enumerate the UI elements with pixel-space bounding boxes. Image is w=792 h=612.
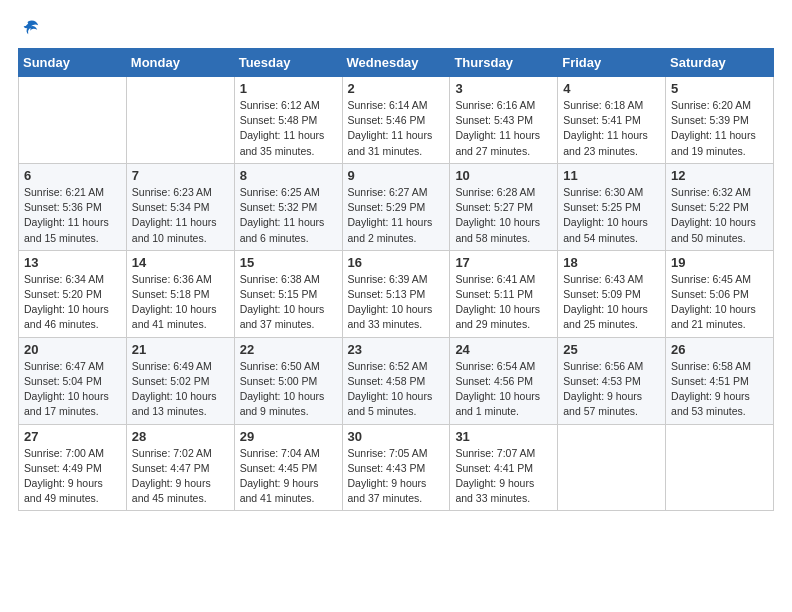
day-number: 4 bbox=[563, 81, 660, 96]
day-info: Sunrise: 6:52 AMSunset: 4:58 PMDaylight:… bbox=[348, 359, 445, 420]
day-number: 9 bbox=[348, 168, 445, 183]
calendar-cell: 12Sunrise: 6:32 AMSunset: 5:22 PMDayligh… bbox=[666, 163, 774, 250]
day-info: Sunrise: 6:38 AMSunset: 5:15 PMDaylight:… bbox=[240, 272, 337, 333]
calendar-cell: 30Sunrise: 7:05 AMSunset: 4:43 PMDayligh… bbox=[342, 424, 450, 511]
calendar-cell: 28Sunrise: 7:02 AMSunset: 4:47 PMDayligh… bbox=[126, 424, 234, 511]
day-number: 14 bbox=[132, 255, 229, 270]
calendar-cell bbox=[558, 424, 666, 511]
day-info: Sunrise: 6:16 AMSunset: 5:43 PMDaylight:… bbox=[455, 98, 552, 159]
day-number: 15 bbox=[240, 255, 337, 270]
day-info: Sunrise: 6:27 AMSunset: 5:29 PMDaylight:… bbox=[348, 185, 445, 246]
day-number: 18 bbox=[563, 255, 660, 270]
calendar-cell: 5Sunrise: 6:20 AMSunset: 5:39 PMDaylight… bbox=[666, 77, 774, 164]
day-info: Sunrise: 6:34 AMSunset: 5:20 PMDaylight:… bbox=[24, 272, 121, 333]
day-number: 22 bbox=[240, 342, 337, 357]
day-number: 3 bbox=[455, 81, 552, 96]
calendar-cell: 23Sunrise: 6:52 AMSunset: 4:58 PMDayligh… bbox=[342, 337, 450, 424]
day-number: 30 bbox=[348, 429, 445, 444]
calendar-week-row: 27Sunrise: 7:00 AMSunset: 4:49 PMDayligh… bbox=[19, 424, 774, 511]
day-number: 21 bbox=[132, 342, 229, 357]
day-info: Sunrise: 6:36 AMSunset: 5:18 PMDaylight:… bbox=[132, 272, 229, 333]
day-info: Sunrise: 6:14 AMSunset: 5:46 PMDaylight:… bbox=[348, 98, 445, 159]
calendar-cell: 21Sunrise: 6:49 AMSunset: 5:02 PMDayligh… bbox=[126, 337, 234, 424]
calendar-cell: 10Sunrise: 6:28 AMSunset: 5:27 PMDayligh… bbox=[450, 163, 558, 250]
day-info: Sunrise: 7:04 AMSunset: 4:45 PMDaylight:… bbox=[240, 446, 337, 507]
calendar-cell: 15Sunrise: 6:38 AMSunset: 5:15 PMDayligh… bbox=[234, 250, 342, 337]
calendar-cell: 9Sunrise: 6:27 AMSunset: 5:29 PMDaylight… bbox=[342, 163, 450, 250]
day-number: 16 bbox=[348, 255, 445, 270]
day-number: 6 bbox=[24, 168, 121, 183]
day-info: Sunrise: 6:47 AMSunset: 5:04 PMDaylight:… bbox=[24, 359, 121, 420]
day-info: Sunrise: 6:18 AMSunset: 5:41 PMDaylight:… bbox=[563, 98, 660, 159]
weekday-header-tuesday: Tuesday bbox=[234, 49, 342, 77]
day-info: Sunrise: 6:58 AMSunset: 4:51 PMDaylight:… bbox=[671, 359, 768, 420]
weekday-header-wednesday: Wednesday bbox=[342, 49, 450, 77]
day-info: Sunrise: 6:32 AMSunset: 5:22 PMDaylight:… bbox=[671, 185, 768, 246]
calendar-cell: 25Sunrise: 6:56 AMSunset: 4:53 PMDayligh… bbox=[558, 337, 666, 424]
calendar-cell: 19Sunrise: 6:45 AMSunset: 5:06 PMDayligh… bbox=[666, 250, 774, 337]
page: SundayMondayTuesdayWednesdayThursdayFrid… bbox=[0, 0, 792, 612]
day-number: 25 bbox=[563, 342, 660, 357]
day-number: 10 bbox=[455, 168, 552, 183]
logo-bird-icon bbox=[20, 18, 40, 38]
day-number: 26 bbox=[671, 342, 768, 357]
day-number: 19 bbox=[671, 255, 768, 270]
day-number: 20 bbox=[24, 342, 121, 357]
day-info: Sunrise: 6:30 AMSunset: 5:25 PMDaylight:… bbox=[563, 185, 660, 246]
calendar-cell: 6Sunrise: 6:21 AMSunset: 5:36 PMDaylight… bbox=[19, 163, 127, 250]
calendar-table: SundayMondayTuesdayWednesdayThursdayFrid… bbox=[18, 48, 774, 511]
day-number: 5 bbox=[671, 81, 768, 96]
logo bbox=[18, 18, 40, 38]
calendar-cell: 20Sunrise: 6:47 AMSunset: 5:04 PMDayligh… bbox=[19, 337, 127, 424]
day-info: Sunrise: 6:45 AMSunset: 5:06 PMDaylight:… bbox=[671, 272, 768, 333]
calendar-cell: 17Sunrise: 6:41 AMSunset: 5:11 PMDayligh… bbox=[450, 250, 558, 337]
day-info: Sunrise: 6:56 AMSunset: 4:53 PMDaylight:… bbox=[563, 359, 660, 420]
day-number: 29 bbox=[240, 429, 337, 444]
calendar-cell bbox=[666, 424, 774, 511]
header bbox=[18, 18, 774, 38]
day-info: Sunrise: 6:23 AMSunset: 5:34 PMDaylight:… bbox=[132, 185, 229, 246]
calendar-cell: 2Sunrise: 6:14 AMSunset: 5:46 PMDaylight… bbox=[342, 77, 450, 164]
calendar-week-row: 20Sunrise: 6:47 AMSunset: 5:04 PMDayligh… bbox=[19, 337, 774, 424]
day-number: 12 bbox=[671, 168, 768, 183]
day-number: 7 bbox=[132, 168, 229, 183]
logo-text bbox=[18, 18, 40, 38]
day-number: 28 bbox=[132, 429, 229, 444]
day-info: Sunrise: 6:12 AMSunset: 5:48 PMDaylight:… bbox=[240, 98, 337, 159]
day-number: 23 bbox=[348, 342, 445, 357]
day-info: Sunrise: 7:05 AMSunset: 4:43 PMDaylight:… bbox=[348, 446, 445, 507]
calendar-cell: 13Sunrise: 6:34 AMSunset: 5:20 PMDayligh… bbox=[19, 250, 127, 337]
calendar-cell: 3Sunrise: 6:16 AMSunset: 5:43 PMDaylight… bbox=[450, 77, 558, 164]
day-number: 24 bbox=[455, 342, 552, 357]
day-number: 13 bbox=[24, 255, 121, 270]
day-info: Sunrise: 6:21 AMSunset: 5:36 PMDaylight:… bbox=[24, 185, 121, 246]
day-number: 11 bbox=[563, 168, 660, 183]
weekday-header-monday: Monday bbox=[126, 49, 234, 77]
day-info: Sunrise: 6:39 AMSunset: 5:13 PMDaylight:… bbox=[348, 272, 445, 333]
day-info: Sunrise: 6:54 AMSunset: 4:56 PMDaylight:… bbox=[455, 359, 552, 420]
calendar-cell: 31Sunrise: 7:07 AMSunset: 4:41 PMDayligh… bbox=[450, 424, 558, 511]
calendar-week-row: 6Sunrise: 6:21 AMSunset: 5:36 PMDaylight… bbox=[19, 163, 774, 250]
calendar-cell: 24Sunrise: 6:54 AMSunset: 4:56 PMDayligh… bbox=[450, 337, 558, 424]
day-info: Sunrise: 6:43 AMSunset: 5:09 PMDaylight:… bbox=[563, 272, 660, 333]
day-info: Sunrise: 6:28 AMSunset: 5:27 PMDaylight:… bbox=[455, 185, 552, 246]
calendar-cell: 4Sunrise: 6:18 AMSunset: 5:41 PMDaylight… bbox=[558, 77, 666, 164]
calendar-cell: 22Sunrise: 6:50 AMSunset: 5:00 PMDayligh… bbox=[234, 337, 342, 424]
day-info: Sunrise: 6:49 AMSunset: 5:02 PMDaylight:… bbox=[132, 359, 229, 420]
calendar-cell bbox=[126, 77, 234, 164]
day-number: 2 bbox=[348, 81, 445, 96]
day-info: Sunrise: 6:20 AMSunset: 5:39 PMDaylight:… bbox=[671, 98, 768, 159]
day-info: Sunrise: 6:25 AMSunset: 5:32 PMDaylight:… bbox=[240, 185, 337, 246]
calendar-cell: 1Sunrise: 6:12 AMSunset: 5:48 PMDaylight… bbox=[234, 77, 342, 164]
weekday-header-friday: Friday bbox=[558, 49, 666, 77]
calendar-cell: 7Sunrise: 6:23 AMSunset: 5:34 PMDaylight… bbox=[126, 163, 234, 250]
day-info: Sunrise: 6:50 AMSunset: 5:00 PMDaylight:… bbox=[240, 359, 337, 420]
day-number: 31 bbox=[455, 429, 552, 444]
calendar-cell: 26Sunrise: 6:58 AMSunset: 4:51 PMDayligh… bbox=[666, 337, 774, 424]
calendar-cell: 29Sunrise: 7:04 AMSunset: 4:45 PMDayligh… bbox=[234, 424, 342, 511]
calendar-cell: 27Sunrise: 7:00 AMSunset: 4:49 PMDayligh… bbox=[19, 424, 127, 511]
day-number: 27 bbox=[24, 429, 121, 444]
day-info: Sunrise: 7:00 AMSunset: 4:49 PMDaylight:… bbox=[24, 446, 121, 507]
calendar-cell: 14Sunrise: 6:36 AMSunset: 5:18 PMDayligh… bbox=[126, 250, 234, 337]
calendar-cell: 18Sunrise: 6:43 AMSunset: 5:09 PMDayligh… bbox=[558, 250, 666, 337]
